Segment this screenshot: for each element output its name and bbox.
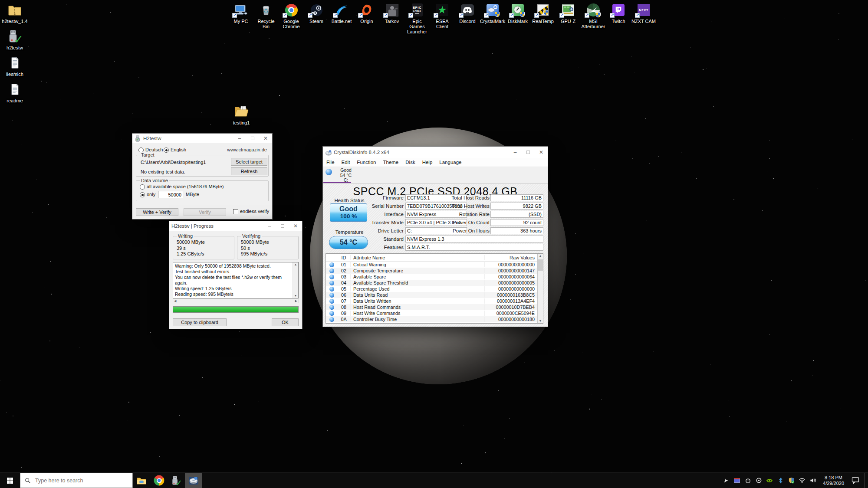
- smart-row[interactable]: 01Critical Warning00000000000000: [326, 262, 537, 268]
- desktop-icon-recycle-bin[interactable]: Recycle Bin: [253, 3, 279, 34]
- taskbar-app-crystaldiskinfo[interactable]: [185, 473, 202, 488]
- desktop-icon-doc[interactable]: liesmich: [1, 56, 29, 77]
- nvidia-tray-icon[interactable]: [766, 477, 773, 484]
- maximize-button[interactable]: [246, 134, 259, 143]
- smart-row[interactable]: 05Percentage Used00000000000000: [326, 286, 537, 292]
- desktop-icon-usb[interactable]: ✓h2testw: [1, 29, 29, 50]
- minimize-button[interactable]: –: [509, 147, 522, 158]
- scroll-up-arrow[interactable]: ▲: [539, 254, 542, 258]
- mbyte-input[interactable]: [158, 191, 183, 198]
- desktop-icon-openfolder[interactable]: testing1: [229, 104, 254, 125]
- wifi-tray-icon[interactable]: [799, 477, 806, 484]
- close-button[interactable]: ✕: [259, 134, 272, 143]
- star: [768, 30, 768, 30]
- desktop-icon-origin[interactable]: ↗Origin: [354, 3, 379, 34]
- minimize-button[interactable]: –: [263, 221, 276, 231]
- verify-button[interactable]: Verify: [184, 208, 226, 216]
- scroll-right-arrow[interactable]: ▶: [295, 299, 297, 303]
- taskbar-app-h2testw[interactable]: ✓: [168, 473, 185, 488]
- smart-row[interactable]: 02Composite Temperature00000000000147: [326, 268, 537, 274]
- taskbar-app-file-explorer[interactable]: [133, 473, 150, 488]
- taskbar-search[interactable]: [20, 473, 133, 488]
- scroll-up-arrow[interactable]: ▲: [294, 262, 297, 267]
- smart-row[interactable]: 07Data Units Written000000013A4EF4: [326, 298, 537, 304]
- desktop-icon-gpuz[interactable]: ↗GPU-Z: [556, 3, 581, 34]
- desktop-icon-msi[interactable]: ↗MSI Afterburner: [581, 3, 606, 34]
- copy-to-clipboard-button[interactable]: Copy to clipboard: [173, 318, 227, 326]
- smart-row[interactable]: 06Data Units Read0000000163B8C5: [326, 292, 537, 298]
- desktop-icon-discord[interactable]: ↗Discord: [455, 3, 480, 34]
- close-button[interactable]: ✕: [535, 147, 548, 158]
- smart-row[interactable]: 08Host Read Commands00000010D7BEB4: [326, 304, 537, 310]
- website-link[interactable]: www.ctmagazin.de: [227, 147, 267, 152]
- desktop-icon-esea[interactable]: ★↗ESEA Client: [430, 3, 455, 34]
- desktop-icon-battlenet[interactable]: ↗Battle.net: [329, 3, 354, 34]
- windows-defender-tray-icon[interactable]: [788, 477, 795, 484]
- cdi-titlebar[interactable]: CrystalDiskInfo 8.4.2 x64 – ✕: [323, 147, 548, 158]
- desktop-icon-realtemp[interactable]: ↗RealTemp: [530, 3, 556, 34]
- smart-row[interactable]: 03Available Spare00000000000064: [326, 274, 537, 280]
- menu-disk[interactable]: Disk: [402, 160, 418, 165]
- scrollbar-thumb[interactable]: [538, 259, 543, 271]
- scroll-down-arrow[interactable]: ▼: [294, 294, 297, 298]
- action-center-icon[interactable]: [851, 477, 860, 484]
- log-vertical-scrollbar[interactable]: ▲ ▼: [293, 262, 298, 298]
- star: [114, 61, 115, 62]
- msi-afterburner-tray-icon[interactable]: [733, 477, 740, 484]
- menu-function[interactable]: Function: [353, 160, 379, 165]
- close-button[interactable]: ✕: [289, 221, 302, 231]
- scroll-down-arrow[interactable]: ▼: [539, 319, 542, 323]
- menu-language[interactable]: Language: [436, 160, 465, 165]
- hidden-icons-tray-icon[interactable]: [723, 477, 730, 484]
- desktop-icon-diskmark[interactable]: ↗DiskMark: [505, 3, 530, 34]
- result-log[interactable]: Warning: Only 50000 of 1952898 MByte tes…: [173, 262, 299, 298]
- start-button[interactable]: [0, 473, 20, 488]
- radio-only[interactable]: [140, 192, 145, 197]
- desktop-icon-nzxt[interactable]: NZXT↗NZXT CAM: [631, 3, 656, 34]
- radio-all-space[interactable]: [140, 184, 145, 190]
- scroll-left-arrow[interactable]: ◀: [174, 299, 176, 303]
- desktop-icon-zip[interactable]: h2testw_1.4: [1, 3, 29, 24]
- taskbar-clock[interactable]: 8:18 PM 4/29/2020: [820, 475, 847, 486]
- menu-edit[interactable]: Edit: [338, 160, 354, 165]
- smart-row[interactable]: 0AController Busy Time00000000000180: [326, 316, 537, 322]
- maximize-button[interactable]: [522, 147, 535, 158]
- smart-row[interactable]: 09Host Write Commands0000000CE5094E: [326, 310, 537, 316]
- desktop-icon-twitch[interactable]: ↗Twitch: [606, 3, 631, 34]
- radio-english[interactable]: [164, 147, 169, 153]
- write-verify-button[interactable]: Write + Verify: [136, 208, 178, 216]
- desktop-icon-crystalmark[interactable]: ↗CrystalMark: [480, 3, 505, 34]
- ok-button[interactable]: OK: [272, 318, 299, 326]
- log-horizontal-scrollbar[interactable]: ◀ ▶: [173, 298, 299, 303]
- desktop-icon-doc2[interactable]: readme: [1, 82, 29, 103]
- select-target-button[interactable]: Select target: [231, 158, 267, 166]
- endless-verify-checkbox[interactable]: [233, 209, 238, 214]
- volume-tray-icon[interactable]: [809, 477, 816, 484]
- menu-file[interactable]: File: [323, 160, 338, 165]
- drive-tab[interactable]: Good 54 °C C:: [332, 168, 359, 183]
- progress-titlebar[interactable]: H2testw | Progress – ✕: [169, 221, 302, 231]
- nzxt-cam-tray-icon[interactable]: [744, 477, 751, 484]
- menu-theme[interactable]: Theme: [379, 160, 402, 165]
- desktop-icon-epic[interactable]: EPICGAMES↗Epic Games Launcher: [404, 3, 430, 34]
- refresh-button[interactable]: Refresh: [231, 167, 267, 175]
- star: [604, 74, 605, 75]
- search-input[interactable]: [34, 477, 121, 484]
- desktop-icon-my-pc[interactable]: ↗My PC: [228, 3, 253, 34]
- steelseries-tray-icon[interactable]: [755, 477, 762, 484]
- menu-help[interactable]: Help: [419, 160, 436, 165]
- minimize-button[interactable]: –: [233, 134, 246, 143]
- drive-selector-band[interactable]: Good 54 °C C:: [323, 167, 548, 183]
- desktop-icon-tarkov[interactable]: ↗Tarkov: [379, 3, 404, 34]
- smart-vertical-scrollbar[interactable]: ▲ ▼: [537, 254, 543, 323]
- bluetooth-tray-icon[interactable]: [777, 477, 784, 484]
- maximize-button[interactable]: [276, 221, 289, 231]
- show-desktop-button[interactable]: [864, 473, 866, 488]
- firmware-label: Firmware: [352, 195, 404, 200]
- taskbar-app-chrome[interactable]: [150, 473, 168, 488]
- desktop-icon-steam[interactable]: ↗Steam: [304, 3, 329, 34]
- smart-row[interactable]: 04Available Spare Threshold0000000000000…: [326, 280, 537, 286]
- h2testw-titlebar[interactable]: ✓ H2testw – ✕: [132, 134, 272, 143]
- star: [554, 350, 555, 350]
- desktop-icon-chrome[interactable]: ↗Google Chrome: [279, 3, 304, 34]
